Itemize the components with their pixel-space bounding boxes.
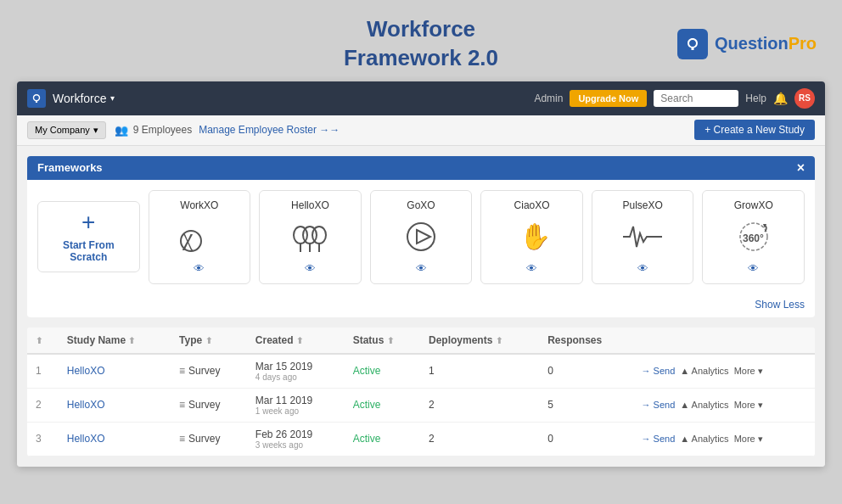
row-status: Active	[345, 388, 420, 422]
row-deployments: 2	[420, 422, 539, 456]
eye-icon[interactable]: 👁	[637, 262, 648, 275]
svg-text:✋: ✋	[519, 221, 552, 252]
svg-marker-9	[417, 230, 430, 244]
table-row: 2 HelloXO ≡Survey Mar 11 20191 week ago …	[27, 388, 815, 422]
col-created[interactable]: Created ⬆	[247, 328, 345, 354]
chevron-down-icon: ▾	[110, 93, 115, 103]
ciaoxo-card[interactable]: CiaoXO ✋ 👁	[480, 190, 583, 284]
employee-info: 👥 9 Employees	[115, 124, 192, 137]
close-icon[interactable]: ×	[797, 161, 805, 175]
row-created: Feb 26 20193 weeks ago	[247, 422, 345, 456]
growxo-card[interactable]: GrowXO 360° 👁	[702, 190, 805, 284]
send-button[interactable]: → Send	[642, 434, 676, 444]
col-responses[interactable]: Responses	[539, 328, 632, 354]
hero-title: Workforce Framework 2.0	[195, 15, 647, 73]
nav-brand-label: Workforce	[53, 92, 107, 105]
row-created: Mar 11 20191 week ago	[247, 388, 345, 422]
svg-text:360°: 360°	[743, 232, 764, 244]
survey-icon: ≡	[179, 399, 185, 411]
show-less-button[interactable]: Show Less	[755, 299, 805, 311]
row-responses: 5	[539, 388, 632, 422]
help-label: Help	[745, 92, 766, 104]
svg-text:χ: χ	[182, 224, 194, 250]
frameworks-header: Frameworks ×	[27, 156, 815, 180]
brand-logo-icon	[677, 29, 708, 59]
chevron-down-icon: ▾	[93, 125, 98, 136]
goxo-card[interactable]: GoXO 👁	[370, 190, 473, 284]
hero-heading: Workforce Framework 2.0	[195, 15, 647, 73]
add-from-scratch-card[interactable]: + Start From Scratch	[37, 201, 140, 272]
col-num: ⬆	[27, 328, 59, 354]
analytics-button[interactable]: ▲ Analytics	[680, 366, 728, 376]
company-dropdown[interactable]: My Company ▾	[27, 121, 106, 139]
row-study-name[interactable]: HelloXO	[59, 388, 171, 422]
top-branding: Workforce Framework 2.0 QuestionPro	[0, 0, 842, 81]
helloxo-icon	[289, 216, 331, 257]
eye-icon[interactable]: 👁	[305, 262, 316, 275]
row-actions: → Send ▲ Analytics More ▾	[633, 388, 815, 422]
eye-icon[interactable]: 👁	[416, 262, 427, 275]
row-responses: 0	[539, 422, 632, 456]
frameworks-grid: + Start From Scratch WorkXO χ	[27, 180, 815, 294]
analytics-button[interactable]: ▲ Analytics	[680, 434, 728, 444]
pulsexo-icon	[621, 216, 664, 257]
send-button[interactable]: → Send	[642, 366, 676, 376]
content-area: Frameworks × + Start From Scratch WorkXO	[17, 146, 825, 467]
eye-icon[interactable]: 👁	[748, 262, 759, 275]
nav-brand[interactable]: Workforce ▾	[53, 92, 115, 105]
col-status[interactable]: Status ⬆	[345, 328, 420, 354]
pulsexo-label: PulseXO	[623, 199, 663, 211]
eye-icon[interactable]: 👁	[194, 262, 205, 275]
frameworks-panel: Frameworks × + Start From Scratch WorkXO	[27, 156, 815, 317]
row-deployments: 1	[420, 354, 539, 389]
search-input[interactable]	[654, 90, 738, 107]
eye-icon[interactable]: 👁	[526, 262, 537, 275]
row-actions: → Send ▲ Analytics More ▾	[633, 354, 815, 389]
nav-admin-label: Admin	[534, 92, 563, 104]
row-status: Active	[345, 422, 420, 456]
row-study-name[interactable]: HelloXO	[59, 422, 171, 456]
brand-logo-area: QuestionPro	[647, 29, 817, 59]
send-button[interactable]: → Send	[642, 400, 676, 410]
upgrade-now-button[interactable]: Upgrade Now	[570, 90, 647, 107]
more-button[interactable]: More ▾	[734, 366, 763, 377]
company-label: My Company	[35, 125, 90, 135]
pulsexo-card[interactable]: PulseXO 👁	[592, 190, 694, 284]
row-responses: 0	[539, 354, 632, 389]
manage-roster-link[interactable]: Manage Employee Roster →→	[199, 124, 340, 136]
helloxo-card[interactable]: HelloXO 👁	[259, 190, 362, 284]
col-type[interactable]: Type ⬆	[171, 328, 247, 354]
row-num: 1	[27, 354, 59, 389]
sort-icon: ⬆	[36, 336, 42, 345]
col-deployments[interactable]: Deployments ⬆	[420, 328, 539, 354]
goxo-icon	[400, 216, 442, 257]
more-button[interactable]: More ▾	[734, 400, 763, 411]
row-actions: → Send ▲ Analytics More ▾	[633, 422, 815, 456]
sub-nav: My Company ▾ 👥 9 Employees Manage Employ…	[17, 115, 825, 146]
row-study-name[interactable]: HelloXO	[59, 354, 171, 389]
row-num: 2	[27, 388, 59, 422]
avatar[interactable]: RS	[794, 88, 815, 109]
row-type: ≡Survey	[171, 388, 247, 422]
table-row: 1 HelloXO ≡Survey Mar 15 20194 days ago …	[27, 354, 815, 389]
add-plus-icon: +	[81, 210, 95, 234]
col-study-name[interactable]: Study Name ⬆	[59, 328, 171, 354]
row-created: Mar 15 20194 days ago	[247, 354, 345, 389]
row-deployments: 2	[420, 388, 539, 422]
brand-name: QuestionPro	[715, 34, 817, 53]
workxo-card[interactable]: WorkXO χ 👁	[149, 190, 251, 284]
row-status: Active	[345, 354, 420, 389]
row-num: 3	[27, 422, 59, 456]
survey-icon: ≡	[179, 433, 185, 445]
frameworks-footer: Show Less	[27, 294, 815, 317]
analytics-button[interactable]: ▲ Analytics	[680, 400, 728, 410]
more-button[interactable]: More ▾	[734, 434, 763, 445]
row-type: ≡Survey	[171, 354, 247, 389]
workxo-icon: χ	[178, 216, 221, 257]
growxo-label: GrowXO	[734, 199, 773, 211]
growxo-icon: 360°	[733, 216, 775, 257]
nav-logo-icon	[27, 89, 46, 108]
add-card-label: Start From Scratch	[63, 239, 115, 263]
survey-icon: ≡	[179, 365, 185, 377]
create-new-study-button[interactable]: + Create a New Study	[694, 120, 815, 140]
